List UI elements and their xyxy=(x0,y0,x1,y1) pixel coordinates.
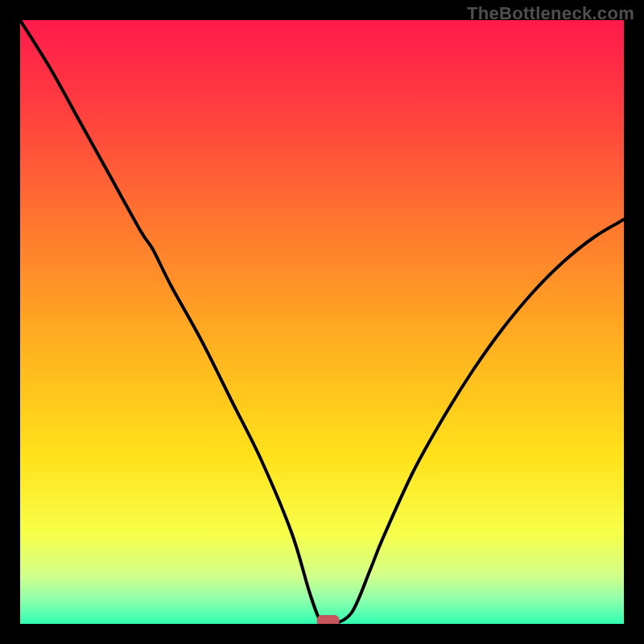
chart-svg xyxy=(20,20,624,624)
chart-container: TheBottleneck.com xyxy=(0,0,644,644)
watermark-text: TheBottleneck.com xyxy=(467,3,634,24)
plot-area xyxy=(20,20,624,624)
optimal-point-marker xyxy=(317,615,340,624)
gradient-background xyxy=(20,20,624,624)
